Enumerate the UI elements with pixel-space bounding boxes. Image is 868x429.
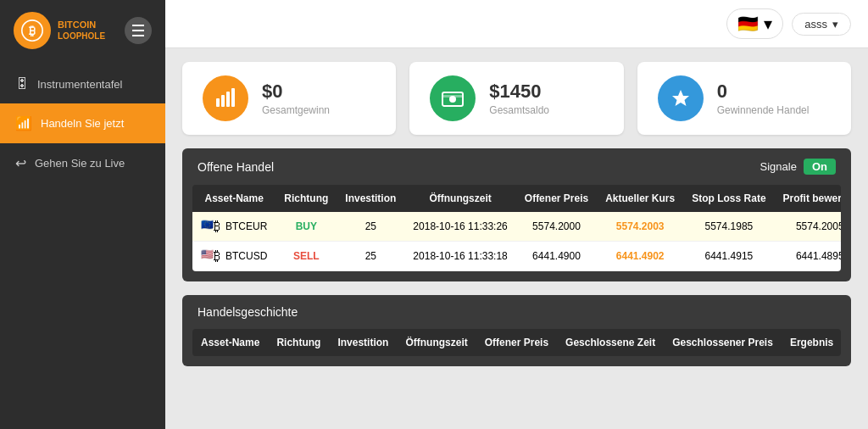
sidebar-nav: 🎛 Instrumententafel 📶 Handeln Sie jetzt … xyxy=(0,64,165,183)
gewinnende-value: 0 xyxy=(717,81,810,103)
gewinnende-info: 0 Gewinnende Handel xyxy=(717,81,810,116)
svg-rect-8 xyxy=(442,95,463,98)
stop-loss-rate-cell: 6441.4915 xyxy=(683,242,774,271)
col-profit-bewerten: Profit bewerten xyxy=(775,185,841,212)
sidebar: ₿ BITCOIN LOOPHOLE 🎛 Instrumententafel 📶… xyxy=(0,0,165,429)
gesamtgewinn-value: $0 xyxy=(262,81,330,103)
col-stop-loss-rate: Stop Loss Rate xyxy=(683,185,774,212)
oeffnungszeit-cell: 2018-10-16 11:33:18 xyxy=(404,242,515,271)
sidebar-item-handeln-label: Handeln Sie jetzt xyxy=(41,117,124,130)
sidebar-item-live-label: Gehen Sie zu Live xyxy=(35,157,125,170)
sidebar-item-handeln[interactable]: 📶 Handeln Sie jetzt xyxy=(0,103,165,143)
asset-name-cell: 🇪🇺 ₿ BTCEUR xyxy=(192,212,275,242)
svg-rect-4 xyxy=(226,92,230,107)
flag-icon: 🇩🇪 xyxy=(737,14,759,34)
main-area: 🇩🇪 ▾ asss ▾ $0 Gesamtgewinn xyxy=(165,0,868,429)
gesamtgewinn-icon xyxy=(203,75,248,121)
gesamtsaldo-info: $1450 Gesamtsaldo xyxy=(489,81,549,116)
hcol-oeffnungszeit: Öffnungszeit xyxy=(397,329,476,356)
signal-label: Signale xyxy=(760,160,797,173)
hcol-offener-preis: Offener Preis xyxy=(476,329,557,356)
hamburger-bar xyxy=(132,35,144,36)
hcol-investition: Investition xyxy=(329,329,397,356)
hcol-richtung: Richtung xyxy=(268,329,329,356)
signal-toggle[interactable]: On xyxy=(804,159,836,175)
richtung-cell: BUY xyxy=(275,212,337,242)
col-aktueller-kurs: Aktueller Kurs xyxy=(597,185,683,212)
handelsgeschichte-table: Asset-Name Richtung Investition Öffnungs… xyxy=(192,329,841,356)
user-chevron-icon: ▾ xyxy=(832,18,838,31)
hamburger-bar xyxy=(132,25,144,26)
offener-preis-cell: 6441.4900 xyxy=(516,242,597,271)
handelsgeschichte-title: Handelsgeschichte xyxy=(198,305,298,319)
profit-bewerten-cell: 6441.4895 xyxy=(775,242,841,271)
svg-rect-5 xyxy=(231,88,235,107)
sidebar-item-live[interactable]: ↩ Gehen Sie zu Live xyxy=(0,143,165,183)
svg-text:₿: ₿ xyxy=(29,24,36,37)
asset-ticker: BTCUSD xyxy=(225,250,267,262)
hcol-geschlossener-preis: Geschlossener Preis xyxy=(664,329,782,356)
logo-text: BITCOIN LOOPHOLE xyxy=(58,20,105,41)
live-icon: ↩ xyxy=(15,155,26,171)
offene-handel-header-row: Asset-Name Richtung Investition Öffnungs… xyxy=(192,185,841,212)
gesamtgewinn-label: Gesamtgewinn xyxy=(262,104,330,116)
handelsgeschichte-section: Handelsgeschichte Asset-Name Richtung In… xyxy=(182,295,851,366)
sidebar-logo: ₿ BITCOIN LOOPHOLE xyxy=(0,0,165,61)
investition-cell: 25 xyxy=(337,212,404,242)
gesamtgewinn-info: $0 Gesamtgewinn xyxy=(262,81,330,116)
user-menu-button[interactable]: asss ▾ xyxy=(792,13,851,36)
stat-card-gewinnende: 0 Gewinnende Handel xyxy=(637,62,851,135)
flag-pair: 🇪🇺 ₿ xyxy=(201,219,220,234)
richtung-cell: SELL xyxy=(275,242,337,271)
gesamtsaldo-label: Gesamtsaldo xyxy=(489,104,549,116)
gesamtsaldo-value: $1450 xyxy=(489,81,549,103)
aktueller-kurs-cell: 5574.2003 xyxy=(597,212,683,242)
bitcoin-icon: ₿ xyxy=(214,248,220,264)
aktueller-kurs-cell: 6441.4902 xyxy=(597,242,683,271)
col-asset-name: Asset-Name xyxy=(192,185,275,212)
oeffnungszeit-cell: 2018-10-16 11:33:26 xyxy=(404,212,515,242)
hamburger-bar xyxy=(132,30,144,31)
sidebar-item-instrumententafel[interactable]: 🎛 Instrumententafel xyxy=(0,64,165,103)
stop-loss-rate-cell: 5574.1985 xyxy=(683,212,774,242)
hcol-ergebnis: Ergebnis xyxy=(782,329,841,356)
offene-handel-tbody: 🇪🇺 ₿ BTCEUR BUY 25 2018-10-16 11:33:26 5… xyxy=(192,212,841,271)
flag1-icon: 🇺🇸 xyxy=(201,248,214,264)
flag-chevron-icon: ▾ xyxy=(764,14,772,34)
table-row: 🇺🇸 ₿ BTCUSD SELL 25 2018-10-16 11:33:18 … xyxy=(192,242,841,271)
hamburger-button[interactable] xyxy=(125,17,152,44)
handeln-icon: 📶 xyxy=(15,115,32,131)
profit-bewerten-cell: 5574.2005 xyxy=(775,212,841,242)
bitcoin-icon: ₿ xyxy=(214,219,220,234)
flag-pair: 🇺🇸 ₿ xyxy=(201,248,220,264)
asset-name-cell: 🇺🇸 ₿ BTCUSD xyxy=(192,242,275,271)
offener-preis-cell: 5574.2000 xyxy=(516,212,597,242)
signal-row: Signale On xyxy=(760,159,836,175)
logo-icon: ₿ xyxy=(14,12,51,49)
logo-line2: LOOPHOLE xyxy=(58,31,105,42)
hcol-geschlossene-zeit: Geschlossene Zeit xyxy=(557,329,664,356)
investition-cell: 25 xyxy=(337,242,404,271)
handelsgeschichte-header: Handelsgeschichte xyxy=(182,295,851,329)
stat-card-gesamtgewinn: $0 Gesamtgewinn xyxy=(182,62,396,135)
language-selector[interactable]: 🇩🇪 ▾ xyxy=(726,8,783,39)
col-offener-preis: Offener Preis xyxy=(516,185,597,212)
col-oeffnungszeit: Öffnungszeit xyxy=(404,185,515,212)
gewinnende-label: Gewinnende Handel xyxy=(717,104,810,116)
stat-card-gesamtsaldo: $1450 Gesamtsaldo xyxy=(409,62,623,135)
svg-rect-2 xyxy=(216,98,220,107)
offene-handel-table-wrapper: Asset-Name Richtung Investition Öffnungs… xyxy=(192,185,841,271)
handelsgeschichte-header-row: Asset-Name Richtung Investition Öffnungs… xyxy=(192,329,841,356)
hcol-asset-name: Asset-Name xyxy=(192,329,268,356)
user-name: asss xyxy=(804,18,827,31)
offene-handel-table: Asset-Name Richtung Investition Öffnungs… xyxy=(192,185,841,271)
col-richtung: Richtung xyxy=(275,185,337,212)
offene-handel-title: Offene Handel xyxy=(198,160,274,174)
col-investition: Investition xyxy=(337,185,404,212)
svg-rect-3 xyxy=(221,95,225,107)
top-bar: 🇩🇪 ▾ asss ▾ xyxy=(165,0,868,48)
gewinnende-icon xyxy=(658,75,704,121)
stats-row: $0 Gesamtgewinn $1450 Gesamtsaldo xyxy=(165,48,868,148)
offene-handel-section: Offene Handel Signale On Asset-Name Rich… xyxy=(182,148,851,281)
sidebar-item-instrumententafel-label: Instrumententafel xyxy=(37,78,122,91)
